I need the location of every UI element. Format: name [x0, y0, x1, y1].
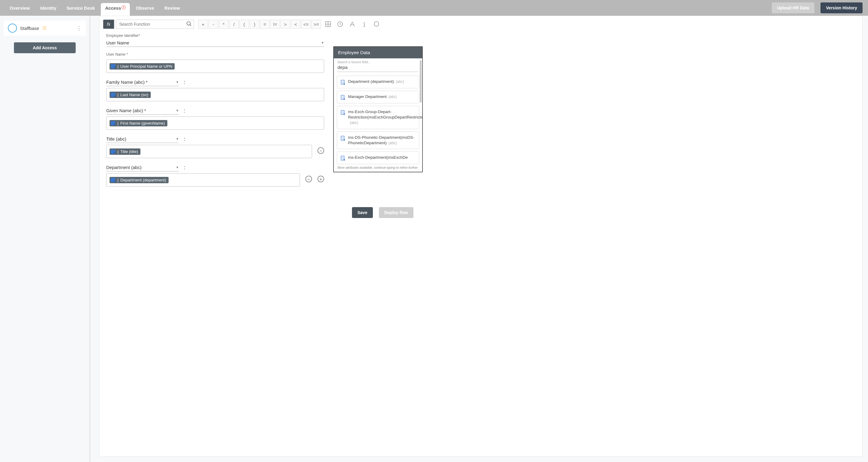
source-field-icon [111, 93, 115, 97]
field-label: Given Name (abc) * [106, 108, 146, 113]
employee-search-input[interactable] [337, 64, 418, 72]
operator-button[interactable]: ) [250, 20, 259, 29]
type-tag: (abc) [396, 79, 404, 84]
sidebar: Staffbase! ⋮ Add Access [0, 16, 90, 462]
employee-data-item[interactable]: ms-DS-Phonetic-Department(msDS-PhoneticD… [337, 132, 419, 149]
scrollbar[interactable] [420, 60, 422, 102]
operator-button[interactable]: / [229, 20, 239, 29]
field-select[interactable]: Department (abc)▼ [106, 164, 179, 171]
version-history-button[interactable]: Version History [820, 2, 863, 13]
operator-button[interactable]: <= [301, 20, 311, 29]
expression-input[interactable]: |User Principal Name or UPN [106, 60, 324, 73]
field-chip[interactable]: |Last Name (sn) [110, 92, 151, 98]
chip-label: Last Name (sn) [120, 93, 148, 97]
search-icon [186, 21, 192, 27]
expression-input[interactable]: |Title (title) [106, 145, 312, 158]
employee-item-label: ms-Exch-Department(msExchDe [348, 155, 408, 160]
operator-button[interactable]: != [270, 20, 280, 29]
operator-button[interactable]: > [281, 20, 290, 29]
source-field-icon [111, 64, 115, 69]
field-label: Department (abc) [106, 165, 142, 170]
field-label: Title (abc) [106, 136, 126, 141]
field-select[interactable]: Title (abc)▼ [106, 135, 179, 143]
svg-point-0 [187, 22, 191, 25]
employee-data-panel: Employee Data Search a Source field... D… [333, 46, 423, 172]
operator-button[interactable]: * [219, 20, 228, 29]
clock-tool-icon[interactable] [335, 19, 345, 29]
chip-divider: | [117, 64, 119, 69]
nav-tab-service-desk[interactable]: Service Desk [62, 3, 99, 13]
brain-tool-icon[interactable] [371, 19, 382, 29]
info-tool-icon[interactable] [359, 19, 370, 29]
operator-button[interactable]: - [209, 20, 218, 29]
field-block: Title (abc)▼:|Title (title)− [106, 135, 324, 158]
nav-tab-observe[interactable]: Observe [132, 3, 158, 13]
chip-label: Department (department) [120, 178, 166, 182]
add-field-button[interactable]: + [317, 176, 324, 182]
field-select[interactable]: Family Name (abc) *▼ [106, 78, 179, 86]
employee-identifier-value: User Name [106, 40, 129, 45]
map-colon: : [184, 136, 185, 142]
app-row-staffbase[interactable]: Staffbase! ⋮ [4, 21, 86, 36]
mapping-panel: fx +-*/()=!=><<=>= Employee Identifier* [99, 16, 863, 457]
chevron-down-icon: ▼ [176, 109, 179, 112]
employee-identifier-label: Employee Identifier* [106, 34, 324, 38]
deploy-flow-button[interactable]: Deploy flow [379, 207, 414, 218]
source-field-icon [111, 150, 115, 154]
employee-data-item[interactable]: Department (department)(abc) [337, 75, 419, 88]
fx-badge-icon: fx [103, 20, 114, 29]
add-access-button[interactable]: Add Access [14, 42, 76, 53]
nav-tab-review[interactable]: Review [160, 3, 184, 13]
map-colon: : [184, 164, 185, 171]
employee-identifier-block: Employee Identifier* User Name ▼ [106, 34, 324, 47]
expression-input[interactable]: |Last Name (sn) [106, 88, 324, 101]
source-field-icon [340, 110, 346, 115]
field-chip[interactable]: |User Principal Name or UPN [110, 63, 175, 70]
employee-item-label: ms-Exch-Group-Depart-Restriction(msExchG… [348, 109, 422, 120]
field-block: Given Name (abc) *▼:|First Name (givenNa… [106, 107, 324, 130]
field-select[interactable]: Given Name (abc) *▼ [106, 107, 179, 114]
svg-line-1 [190, 25, 191, 26]
top-nav: OverviewIdentityService DeskAccess!Obser… [0, 0, 868, 16]
remove-field-button[interactable]: − [317, 147, 324, 154]
expression-input[interactable]: |First Name (givenName) [106, 117, 324, 130]
employee-identifier-select[interactable]: User Name ▼ [106, 39, 324, 47]
chip-divider: | [117, 178, 119, 182]
employee-item-label: ms-DS-Phonetic-Department(msDS-PhoneticD… [348, 135, 414, 145]
save-button[interactable]: Save [352, 207, 373, 218]
field-chip[interactable]: |First Name (givenName) [110, 120, 167, 126]
source-field-icon [111, 178, 115, 182]
type-tag: (abc) [350, 121, 358, 125]
employee-item-label: Manager Department [348, 94, 387, 99]
kebab-menu-icon[interactable]: ⋮ [76, 25, 82, 31]
field-chip[interactable]: |Title (title) [110, 148, 141, 155]
operator-button[interactable]: < [291, 20, 301, 29]
employee-data-item[interactable]: ms-Exch-Group-Depart-Restriction(msExchG… [337, 106, 419, 129]
field-block: User Name *|User Principal Name or UPN [106, 52, 324, 73]
warning-badge-icon: ! [43, 26, 46, 30]
operator-button[interactable]: = [260, 20, 270, 29]
employee-data-list: Department (department)(abc)Manager Depa… [334, 74, 422, 165]
expression-input[interactable]: |Department (department) [106, 173, 300, 187]
operator-button[interactable]: + [198, 20, 208, 29]
operator-button[interactable]: >= [311, 20, 321, 29]
table-tool-icon[interactable] [323, 19, 333, 29]
chevron-down-icon: ▼ [176, 80, 179, 84]
employee-item-label: Department (department) [348, 79, 394, 84]
text-tool-icon[interactable] [347, 19, 358, 29]
chip-divider: | [117, 121, 119, 126]
operator-button[interactable]: ( [239, 20, 249, 29]
remove-field-button[interactable]: − [305, 176, 312, 182]
function-search-input[interactable] [116, 20, 194, 29]
alert-badge-icon: ! [122, 5, 126, 9]
map-colon: : [184, 108, 185, 114]
field-chip[interactable]: |Department (department) [110, 177, 168, 183]
source-field-icon [340, 79, 346, 85]
map-colon: : [184, 79, 185, 86]
nav-tab-overview[interactable]: Overview [5, 3, 34, 13]
nav-tab-identity[interactable]: Identity [36, 3, 61, 13]
employee-data-item[interactable]: Manager Department(abc) [337, 91, 419, 103]
employee-data-footer: More attributes available, continue typi… [334, 165, 422, 172]
upload-hr-data-button[interactable]: Upload HR Data [772, 2, 815, 13]
employee-data-item[interactable]: ms-Exch-Department(msExchDe [337, 152, 419, 164]
